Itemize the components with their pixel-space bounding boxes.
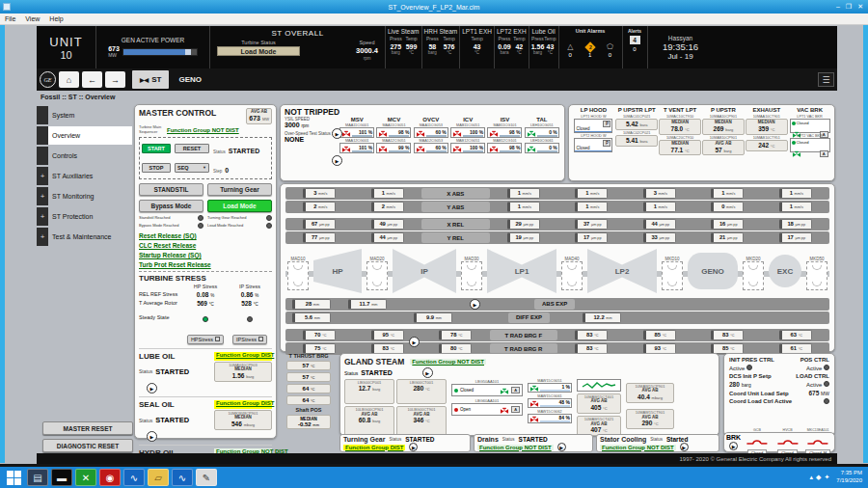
valve-MAB12CG051[interactable]: 100 % [450,143,485,153]
p-button[interactable]: P [603,121,610,127]
hood-lpt1-hood-w[interactable]: PClosed [574,119,612,133]
tab-st[interactable]: ▶◀ST [132,70,169,89]
alarm-pentagon-icon[interactable]: ⬠0 [607,43,613,58]
breaker-hvcb[interactable]: HVCBClosed [773,428,802,456]
breaker-gcb[interactable]: GCBClosed [743,428,772,456]
reset-button[interactable]: RESET [175,144,209,153]
tab-geno[interactable]: GENO [171,70,209,89]
valve-MAA12CG051[interactable]: 99 % [376,143,411,153]
sidebar-item-overview[interactable]: Overview [37,126,132,145]
back-icon[interactable]: ← [82,71,102,88]
menu-item-help[interactable]: Help [49,15,63,22]
hpstress-button[interactable]: HPStress [187,335,224,344]
group-function-group-link[interactable]: Function Group NOT DIST [600,445,676,450]
group-function-group-link[interactable]: Function Group NOT DIST [477,445,554,450]
menu-item-view[interactable]: View [25,15,40,22]
valve-LBH10CG061[interactable]: 0 % [525,143,559,153]
valve-MAB11CG101[interactable]: 98 % [487,127,522,138]
paint-icon[interactable]: ✎ [196,469,217,486]
valve-LBH10CG051[interactable]: 0 % [525,127,559,138]
trend-app-icon[interactable]: ∿ [123,469,145,486]
tray-icon[interactable]: ▴ [810,474,814,480]
ctrl-valve-maw15cg061[interactable]: MAW15CG06148 % [528,394,572,408]
link-startup-release-sq-[interactable]: Startup Release (SQ) [139,252,272,258]
master-function-group-link[interactable]: Function Group NOT DIST [167,127,239,133]
close-button[interactable]: ✕ [857,3,863,11]
ge-logo-icon[interactable]: GE [40,71,56,88]
alerts-badge[interactable]: 4 [630,36,640,44]
group-play-icon[interactable]: ▶ [409,443,418,451]
stop-button[interactable]: STOP [142,163,171,173]
mode-button-standstil[interactable]: STANDSTIL [139,183,203,196]
brg-temp-play-icon[interactable]: ▶ [409,337,420,347]
mode-box[interactable]: A [511,406,520,413]
sidebar-item-st-auxiliaries[interactable]: +ST Auxiliaries [37,167,132,185]
valve-MAA12CG053[interactable]: 60 % [414,143,448,153]
sidebar-item-st-protection[interactable]: +ST Protection [37,207,132,226]
gland-function-group-link[interactable]: Function Group NOT DIST [410,359,486,365]
start-button[interactable]: START [142,144,171,153]
overspeed-play-icon-2[interactable]: ▶ [332,155,342,166]
sidebar-item-controls[interactable]: Controls [37,147,132,165]
server-manager-icon[interactable]: ▤ [27,469,48,486]
tray-icon[interactable]: ◆ [816,474,821,480]
tray-icon[interactable]: ✦ [824,474,829,480]
vacbrk-lpt2-vac-bkr[interactable]: ClosedA [790,138,830,152]
gland-play-icon[interactable]: ▶ [422,367,433,378]
seq-dropdown[interactable]: SEQ▼ [175,163,209,173]
sidebar-item-system[interactable]: System [37,106,132,124]
trend-app2-icon[interactable]: ∿ [172,469,193,486]
block-valve-lbg50aa101[interactable]: LBG50AA101ClosedA [451,379,523,396]
forward-icon[interactable]: → [105,71,125,88]
ctrl-valve-maw15cg051[interactable]: MAW15CG0511 % [528,379,572,393]
valve-MAB11CG051[interactable]: 100 % [450,127,485,138]
ctrl-valve-maw15cg062[interactable]: MAW15CG06284 % [528,410,572,423]
oil-play-icon[interactable]: ▶ [147,383,157,393]
system-tray[interactable]: ▴◆✦ [810,474,833,481]
valve-MAA12CG001[interactable]: 101 % [339,143,374,153]
ipstress-button[interactable]: IPStress [232,335,267,344]
mode-button-turning-gear[interactable]: Turning Gear [207,183,272,196]
menu-item-file[interactable]: File [5,15,15,22]
mode-box[interactable]: A [511,387,520,393]
overspeed-play-icon-1[interactable]: ▶ [332,128,342,139]
mode-box[interactable]: A [820,150,828,157]
tools-icon[interactable]: ✕ [75,469,96,486]
hmi-red-icon[interactable]: ◉ [99,469,121,486]
hood-lpt2-hood-w[interactable]: PClosed [574,138,612,152]
maximize-button[interactable]: ❐ [846,3,852,11]
oil-function-group-link[interactable]: Function Group DIST [214,352,272,361]
group-function-group-link[interactable]: Function Group DIST [343,445,405,450]
menu-icon[interactable]: ☰ [818,72,834,87]
alarm-diamond-icon[interactable]: 21 [586,43,594,58]
mode-button-bypass-mode[interactable]: Bypass Mode [139,200,203,212]
master-reset-button[interactable]: MASTER RESET [42,421,133,435]
valve-MAB12CG101[interactable]: 98 % [487,143,522,153]
abs-exp-play-icon[interactable]: ▶ [470,299,480,310]
block-valve-lbg60aa101[interactable]: LBG60AA101OpenA [451,398,523,416]
brk-play-icon[interactable]: ▶ [729,442,738,450]
minimize-button[interactable]: – [836,3,840,11]
mode-button-load-mode[interactable]: Load Mode [207,200,272,212]
vacbrk-lpt1-vac-bkr[interactable]: ClosedA [790,119,830,133]
p-button[interactable]: P [603,140,610,147]
link-clc-reset-release[interactable]: CLC Reset Release [139,242,272,249]
folder-icon[interactable]: ▱ [148,469,169,486]
alarm-triangle-icon[interactable]: △0 [567,43,573,58]
start-button-windows[interactable] [2,469,25,486]
home-icon[interactable]: ⌂ [59,71,79,88]
valve-MAA11CG051[interactable]: 98 % [376,127,411,138]
link-turb-prot-reset-release[interactable]: Turb Prot Reset Release [139,261,272,268]
valve-MAA11CG001[interactable]: 101 % [339,127,374,138]
sidebar-item-st-monitoring[interactable]: +ST Monitoring [37,187,132,205]
group-play-icon[interactable]: ▶ [680,443,689,451]
trend-icon[interactable] [577,379,621,392]
oil-function-group-link[interactable]: Function Group DIST [214,400,272,409]
link-reset-release-sq-[interactable]: Reset Release (SQ) [139,232,272,239]
oil-play-icon[interactable]: ▶ [147,431,157,442]
breaker-mkc13ea101[interactable]: MKC13EA101ClosedM [803,428,832,456]
console-icon[interactable]: ▬ [51,469,72,486]
sidebar-item-test-maintenance[interactable]: +Test & Maintenance [37,228,132,246]
valve-MAA11CG053[interactable]: 60 % [414,127,448,138]
group-play-icon[interactable]: ▶ [557,443,566,451]
